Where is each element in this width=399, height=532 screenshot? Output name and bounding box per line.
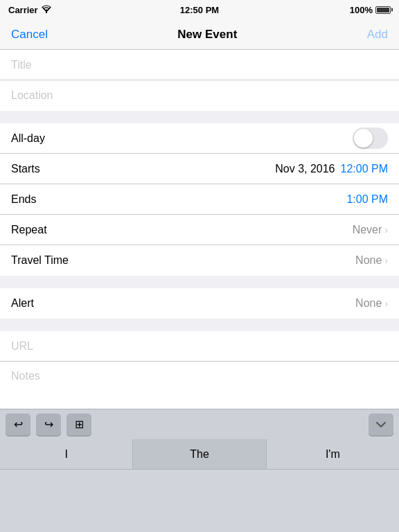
undo-button[interactable]: ↩ — [6, 414, 30, 436]
expand-icon — [374, 420, 388, 429]
starts-label: Starts — [11, 163, 80, 175]
alert-row[interactable]: Alert None › — [0, 288, 399, 319]
alert-label: Alert — [11, 297, 80, 310]
ends-time[interactable]: 1:00 PM — [346, 193, 388, 206]
status-bar-time: 12:50 PM — [180, 5, 219, 15]
keyboard-keys — [0, 470, 399, 532]
starts-date: Nov 3, 2016 — [275, 163, 335, 175]
battery-icon — [375, 6, 391, 14]
expand-button[interactable] — [369, 414, 393, 436]
travel-time-row[interactable]: Travel Time None › — [0, 245, 399, 276]
starts-time[interactable]: 12:00 PM — [341, 163, 388, 175]
nav-bar: Cancel New Event Add — [0, 19, 399, 50]
status-bar-left: Carrier — [8, 5, 52, 15]
repeat-value-container: Never › — [353, 224, 388, 236]
all-day-toggle[interactable] — [353, 127, 388, 149]
alert-value: None — [355, 297, 382, 310]
wifi-icon — [41, 5, 52, 15]
travel-time-chevron-icon: › — [384, 255, 388, 266]
battery-percent: 100% — [350, 5, 373, 15]
title-input[interactable] — [11, 51, 388, 80]
alert-value-container: None › — [355, 297, 388, 310]
cancel-button[interactable]: Cancel — [11, 28, 48, 42]
repeat-chevron-icon: › — [384, 224, 388, 236]
location-input[interactable] — [11, 81, 388, 110]
all-day-toggle-container[interactable] — [353, 127, 388, 149]
toggle-knob — [354, 129, 373, 148]
all-day-row[interactable]: All-day — [0, 123, 399, 154]
travel-time-label: Travel Time — [11, 254, 80, 267]
repeat-row[interactable]: Repeat Never › — [0, 215, 399, 245]
repeat-value: Never — [353, 224, 382, 236]
travel-time-value: None — [355, 254, 382, 267]
url-row[interactable] — [0, 331, 399, 362]
title-row[interactable] — [0, 50, 399, 80]
gap-2 — [0, 276, 399, 288]
predictive-word-1[interactable]: I — [0, 439, 133, 469]
all-day-label: All-day — [11, 132, 80, 145]
datetime-section: All-day Starts Nov 3, 2016 12:00 PM Ends… — [0, 123, 399, 276]
page-title: New Event — [177, 28, 237, 42]
status-bar-right: 100% — [350, 5, 391, 15]
predictive-bar: I The I'm — [0, 439, 399, 470]
ends-label: Ends — [11, 193, 80, 206]
title-location-section — [0, 50, 399, 111]
clipboard-button[interactable]: ⊞ — [66, 414, 91, 436]
url-notes-section — [0, 331, 399, 409]
repeat-label: Repeat — [11, 224, 80, 236]
ends-row[interactable]: Ends 1:00 PM — [0, 184, 399, 215]
alert-section: Alert None › — [0, 288, 399, 319]
keyboard-area: ↩ ↪ ⊞ I The I'm — [0, 409, 399, 532]
keyboard-toolbar: ↩ ↪ ⊞ — [0, 409, 399, 439]
keyboard-toolbar-left: ↩ ↪ ⊞ — [6, 414, 91, 436]
predictive-word-3[interactable]: I'm — [267, 439, 399, 469]
gap-3 — [0, 319, 399, 331]
alert-chevron-icon: › — [384, 298, 388, 309]
redo-button[interactable]: ↪ — [36, 414, 61, 436]
predictive-word-2[interactable]: The — [133, 439, 266, 469]
starts-row[interactable]: Starts Nov 3, 2016 12:00 PM — [0, 154, 399, 184]
gap-1 — [0, 111, 399, 123]
content-scroll: All-day Starts Nov 3, 2016 12:00 PM Ends… — [0, 50, 399, 409]
add-button[interactable]: Add — [367, 28, 388, 42]
location-row[interactable] — [0, 80, 399, 111]
svg-point-0 — [45, 11, 46, 12]
travel-time-value-container: None › — [355, 254, 388, 267]
url-input[interactable] — [11, 332, 388, 361]
carrier-label: Carrier — [8, 5, 38, 15]
notes-input[interactable] — [11, 362, 388, 391]
notes-row[interactable] — [0, 362, 399, 409]
status-bar: Carrier 12:50 PM 100% — [0, 0, 399, 19]
